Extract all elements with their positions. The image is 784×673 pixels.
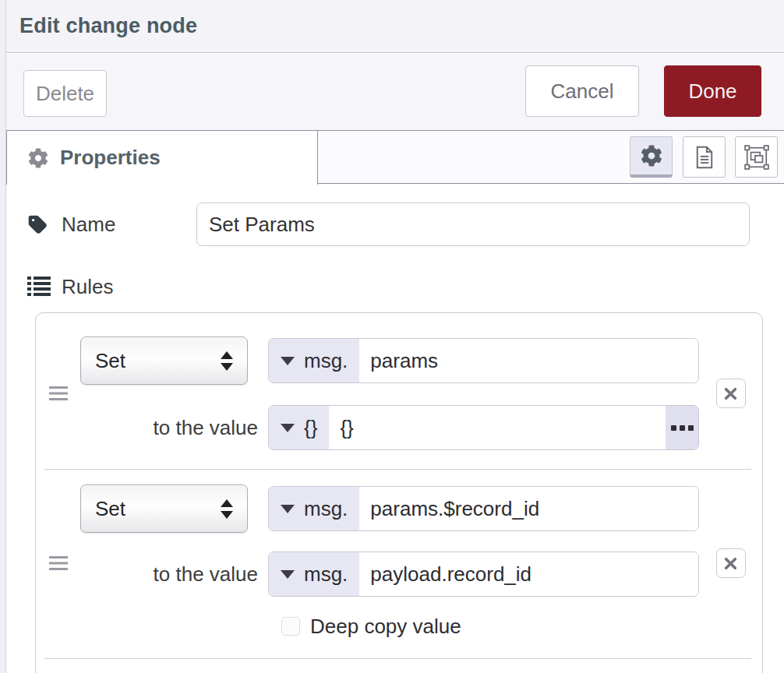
rules-container: Set msg. to the value <box>35 312 763 673</box>
dialog-action-bar: Delete Cancel Done <box>6 54 784 130</box>
x-icon <box>724 557 737 570</box>
name-row: Name <box>27 203 750 246</box>
deep-copy-row: Deep copy value <box>281 611 699 642</box>
properties-panel: Name Rules <box>6 184 784 673</box>
target-type-label: msg. <box>304 349 348 373</box>
deep-copy-label: Deep copy value <box>310 615 461 639</box>
value-type-label: msg. <box>304 562 348 587</box>
rules-label: Rules <box>27 274 784 299</box>
ellipsis-icon <box>688 425 694 431</box>
deep-copy-checkbox[interactable] <box>281 617 300 636</box>
rule-action-value: Set <box>95 349 125 373</box>
select-arrows-icon <box>221 351 233 371</box>
target-type-label: msg. <box>304 497 348 521</box>
value-input[interactable] <box>359 552 698 596</box>
ellipsis-icon <box>671 425 676 431</box>
value-type-button[interactable]: {} <box>269 406 329 449</box>
editor-tab-bar: Properties <box>6 130 784 184</box>
doc-icon <box>694 146 715 169</box>
properties-panel-button[interactable] <box>630 136 673 178</box>
caret-down-icon <box>281 357 295 365</box>
remove-rule-button[interactable] <box>716 379 746 408</box>
caret-down-icon <box>281 570 295 579</box>
target-property-input[interactable] <box>359 339 698 382</box>
drag-handle-icon <box>49 555 68 572</box>
list-icon <box>27 276 51 298</box>
dialog-header: Edit change node <box>6 0 784 53</box>
appearance-panel-button[interactable] <box>735 136 778 178</box>
rule-action-value: Set <box>95 497 125 521</box>
cancel-button[interactable]: Cancel <box>525 65 639 117</box>
value-type-button[interactable]: msg. <box>269 552 359 596</box>
caret-down-icon <box>281 505 295 513</box>
tray-resize-handle[interactable] <box>0 0 6 673</box>
target-type-button[interactable]: msg. <box>269 487 359 530</box>
description-panel-button[interactable] <box>683 136 726 178</box>
ellipsis-icon <box>680 425 685 431</box>
select-arrows-icon <box>221 499 233 519</box>
gear-icon <box>28 148 48 168</box>
rule-value-typed-input: msg. <box>268 551 699 597</box>
dialog-title: Edit change node <box>19 14 197 38</box>
rule-divider <box>44 658 751 659</box>
target-property-input[interactable] <box>359 487 698 530</box>
drag-handle-icon <box>49 385 68 402</box>
gear-icon <box>641 145 662 167</box>
tab-properties[interactable]: Properties <box>6 130 318 185</box>
rule-target-typed-input: msg. <box>268 486 699 531</box>
to-the-value-label: to the value <box>80 562 258 587</box>
done-button[interactable]: Done <box>664 65 761 117</box>
rule-action-select[interactable]: Set <box>80 336 248 385</box>
delete-button[interactable]: Delete <box>23 70 107 117</box>
rule-row-1: Set msg. to the value <box>36 313 762 469</box>
tab-properties-label: Properties <box>60 146 161 170</box>
name-label: Name <box>27 213 196 237</box>
drag-handle[interactable] <box>36 555 80 572</box>
rule-row-2: Set msg. to the value <box>36 470 762 658</box>
rule-action-select[interactable]: Set <box>80 484 248 533</box>
tag-icon <box>27 214 48 235</box>
remove-rule-button[interactable] <box>716 548 746 578</box>
expand-editor-button[interactable] <box>666 406 698 449</box>
x-icon <box>724 387 737 400</box>
name-input[interactable] <box>196 203 750 246</box>
caret-down-icon <box>281 424 295 432</box>
name-label-text: Name <box>62 213 115 237</box>
rule-target-typed-input: msg. <box>268 338 699 383</box>
value-input[interactable] <box>329 406 666 449</box>
appearance-icon <box>744 145 769 170</box>
rule-value-typed-input: {} <box>268 405 699 450</box>
to-the-value-label: to the value <box>80 416 258 440</box>
edit-change-node-dialog: Edit change node Delete Cancel Done Prop… <box>0 0 784 673</box>
drag-handle[interactable] <box>36 385 80 402</box>
rules-label-text: Rules <box>62 275 113 299</box>
value-type-label: {} <box>304 416 317 440</box>
target-type-button[interactable]: msg. <box>269 339 359 382</box>
